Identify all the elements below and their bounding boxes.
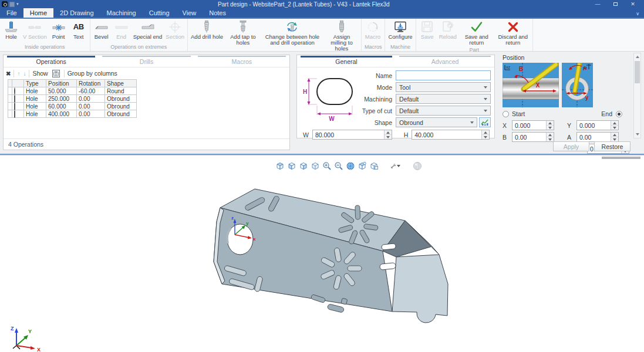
table-row[interactable]: Hole 60.000 0.00 Obround: [8, 103, 137, 110]
save-and-return-button[interactable]: Save and return: [459, 19, 494, 46]
maximize-button[interactable]: [606, 1, 624, 8]
view-isometric-icon[interactable]: [275, 161, 285, 171]
w-stepper[interactable]: [384, 130, 392, 139]
scrollbar-thumb[interactable]: [635, 61, 640, 83]
obround-icon: [14, 95, 15, 103]
quick-save-icon[interactable]: [9, 2, 15, 7]
table-row[interactable]: Hole 50.000 -60.00 Round: [8, 87, 137, 95]
menu-tab-machining[interactable]: Machining: [100, 8, 143, 18]
add-tap-to-holes-button[interactable]: Add tap to holes: [225, 19, 261, 46]
tab-general[interactable]: General: [297, 55, 396, 67]
machining-dropdown[interactable]: Default: [396, 94, 491, 104]
ribbon-group-operations-on-extremes: Bevel End Special end Section Operations…: [90, 19, 188, 51]
scroll-up-icon[interactable]: [634, 53, 640, 60]
viewport-3d[interactable]: z y x Z Y X: [0, 155, 644, 352]
col-type[interactable]: Type: [24, 80, 46, 87]
zoom-in-icon[interactable]: [322, 161, 332, 171]
restore-button[interactable]: Restore: [594, 141, 630, 151]
add-drill-hole-button[interactable]: Add drill hole: [190, 19, 224, 40]
menu-tab-2d-drawing[interactable]: 2D Drawing: [53, 8, 100, 18]
h-stepper[interactable]: [481, 130, 489, 139]
bevel-button[interactable]: Bevel: [92, 19, 111, 40]
hole-button[interactable]: Hole: [2, 19, 21, 40]
menu-tab-cutting[interactable]: Cutting: [143, 8, 176, 18]
table-row[interactable]: Hole 250.000 0.00 Obround: [8, 95, 137, 103]
orbit-sphere-icon[interactable]: [345, 161, 355, 171]
text-label: Text: [73, 34, 83, 40]
col-shape[interactable]: Shape: [105, 80, 137, 87]
group-by-columns-button[interactable]: Group by columns: [68, 70, 117, 77]
view-wireframe-icon[interactable]: [310, 161, 320, 171]
add-drill-hole-label: Add drill hole: [191, 34, 223, 40]
mode-dropdown[interactable]: Tool: [396, 82, 491, 92]
chevron-down-icon: [484, 110, 487, 112]
menu-tab-home[interactable]: Home: [23, 8, 53, 18]
drill-hole-icon: [201, 20, 212, 34]
configure-button[interactable]: Configure: [387, 19, 413, 40]
view-front-icon[interactable]: [286, 161, 296, 171]
toolbar-separator: [64, 70, 65, 77]
save-icon: [420, 20, 434, 34]
x-field: [512, 120, 554, 130]
type-of-cut-dropdown[interactable]: Default: [396, 106, 491, 116]
start-radio[interactable]: [503, 111, 509, 117]
end-label: End: [116, 34, 126, 40]
x-stepper[interactable]: [546, 121, 554, 130]
part-3d-model[interactable]: z y x: [194, 185, 464, 352]
ribbon-collapse-chevron-icon[interactable]: ∨: [631, 10, 644, 18]
material-sphere-icon[interactable]: [412, 161, 422, 171]
tab-drills[interactable]: Drills: [99, 55, 194, 67]
end-radio[interactable]: [616, 111, 622, 117]
app-icon[interactable]: [2, 1, 8, 7]
dim-y-label: y: [585, 94, 589, 101]
view-side-icon[interactable]: [298, 161, 308, 171]
name-input[interactable]: [396, 70, 491, 80]
camera-view-icon[interactable]: [51, 69, 61, 79]
bevel-icon: [95, 20, 109, 34]
view-top-icon[interactable]: [357, 161, 367, 171]
ribbon-group-turret: Add drill hole Add tap to holes Change b…: [188, 19, 362, 51]
menu-tab-notes[interactable]: Notes: [203, 8, 232, 18]
group-label-macros: Macros: [363, 43, 383, 51]
special-end-button[interactable]: Special end: [132, 19, 164, 40]
menu-tab-file[interactable]: File: [0, 8, 23, 18]
scroll-down-icon[interactable]: [634, 131, 640, 138]
delete-operation-icon[interactable]: ✖: [6, 70, 11, 77]
end-radio-label[interactable]: End: [601, 110, 612, 117]
table-row[interactable]: Hole 400.000 0.00 Obround: [8, 110, 137, 118]
start-radio-label[interactable]: Start: [512, 110, 525, 117]
tab-operations[interactable]: Operations: [4, 55, 99, 67]
apply-button[interactable]: Apply: [553, 141, 589, 151]
toolbar-separator: [14, 70, 14, 77]
chart-icon: [481, 119, 489, 126]
h-input[interactable]: [412, 130, 489, 139]
point-button[interactable]: Point: [49, 19, 68, 40]
change-hole-drill-button[interactable]: Change between hole and drill operation: [262, 19, 323, 46]
y-stepper[interactable]: [611, 121, 618, 130]
section-icon: [168, 20, 182, 34]
tab-macros[interactable]: Macros: [194, 55, 289, 67]
assign-milling-button[interactable]: Assign milling to holes: [324, 19, 359, 52]
discard-and-return-button[interactable]: Discard and return: [495, 19, 531, 46]
position-scrollbar[interactable]: [633, 53, 641, 138]
col-rotation[interactable]: Rotation: [77, 80, 105, 87]
zoom-out-icon[interactable]: [333, 161, 343, 171]
move-up-icon[interactable]: ↑: [17, 70, 20, 77]
tab-advanced[interactable]: Advanced: [396, 55, 494, 67]
a-stepper[interactable]: [611, 133, 618, 141]
show-button[interactable]: Show: [32, 70, 48, 77]
minimize-button[interactable]: —: [589, 1, 606, 8]
tools-menu-icon[interactable]: [390, 161, 400, 171]
close-button[interactable]: ✕: [624, 1, 642, 8]
view-fit-icon[interactable]: [369, 161, 379, 171]
b-stepper[interactable]: [546, 133, 554, 141]
text-button[interactable]: AB Text: [69, 19, 88, 40]
shape-library-button[interactable]: [479, 117, 491, 127]
move-down-icon[interactable]: ↓: [23, 70, 26, 77]
y-axis-label: Y: [28, 329, 32, 334]
shape-dropdown[interactable]: Obround: [396, 117, 477, 127]
col-position[interactable]: Position: [46, 80, 77, 87]
menu-tab-view[interactable]: View: [176, 8, 203, 18]
change-hole-drill-label: Change between hole and drill operation: [263, 34, 322, 46]
w-input[interactable]: [313, 130, 392, 139]
